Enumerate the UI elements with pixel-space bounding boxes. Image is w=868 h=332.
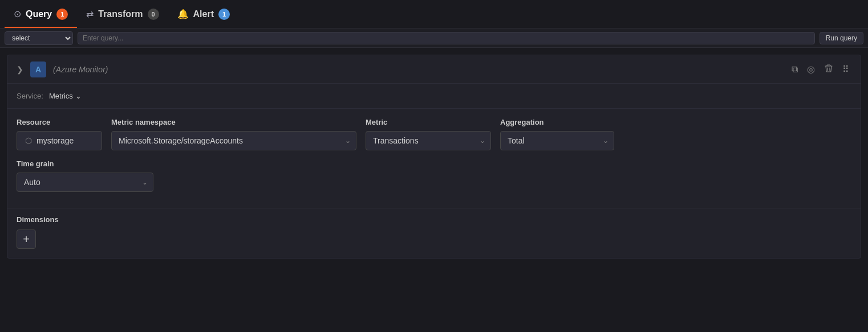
storage-icon: ⬡: [25, 136, 32, 145]
trash-icon: [824, 64, 833, 73]
transform-tab-icon: ⇄: [86, 9, 94, 19]
tab-alert[interactable]: 🔔 Alert 1: [168, 0, 239, 28]
service-row: Service: Metrics ⌄: [7, 84, 861, 109]
tab-transform[interactable]: ⇄ Transform 0: [77, 0, 168, 28]
service-dropdown[interactable]: Metrics ⌄: [49, 92, 82, 100]
metric-namespace-group: Metric namespace Microsoft.Storage/stora…: [111, 118, 356, 150]
metric-namespace-label: Metric namespace: [111, 118, 356, 126]
transform-tab-label: Transform: [98, 9, 143, 19]
tab-bar: ⊙ Query 1 ⇄ Transform 0 🔔 Alert 1: [0, 0, 868, 28]
aggregation-select-wrapper: Total Average Min Max Count ⌄: [500, 131, 614, 150]
toolbar-row: select Run query: [0, 28, 868, 48]
query-header-actions: ⧉ ◎ ⠿: [789, 62, 851, 77]
aggregation-select[interactable]: Total Average Min Max Count: [500, 131, 614, 150]
metrics-form-row-1: Resource ⬡ mystorage Metric namespace Mi…: [17, 118, 851, 150]
service-label: Service:: [17, 92, 43, 100]
resource-button[interactable]: ⬡ mystorage: [17, 131, 102, 150]
metric-select[interactable]: Transactions: [366, 131, 491, 150]
resource-label: Resource: [17, 118, 102, 126]
metric-group: Metric Transactions ⌄: [366, 118, 491, 150]
copy-query-button[interactable]: ⧉: [789, 62, 800, 77]
metric-namespace-select[interactable]: Microsoft.Storage/storageAccounts: [111, 131, 356, 150]
metrics-form: Resource ⬡ mystorage Metric namespace Mi…: [7, 109, 861, 206]
alert-tab-label: Alert: [193, 9, 214, 19]
metric-namespace-select-wrapper: Microsoft.Storage/storageAccounts ⌄: [111, 131, 356, 150]
dimensions-title: Dimensions: [17, 208, 851, 229]
resource-value: mystorage: [36, 136, 74, 145]
time-grain-group: Time grain Auto 1 minute 5 minutes 15 mi…: [17, 159, 153, 192]
delete-query-button[interactable]: [822, 62, 835, 77]
query-source-label: (Azure Monitor): [53, 65, 108, 74]
metric-label: Metric: [366, 118, 491, 126]
time-grain-label: Time grain: [17, 159, 153, 168]
alert-tab-badge: 1: [218, 9, 230, 20]
query-tab-icon: ⊙: [14, 9, 21, 19]
metric-select-wrapper: Transactions ⌄: [366, 131, 491, 150]
time-grain-select[interactable]: Auto 1 minute 5 minutes 15 minutes 1 hou…: [17, 173, 153, 192]
aggregation-label: Aggregation: [500, 118, 614, 126]
query-header: ❯ A (Azure Monitor) ⧉ ◎ ⠿: [7, 55, 861, 84]
toolbar-select-1[interactable]: select: [5, 31, 73, 45]
toolbar-run-btn[interactable]: Run query: [820, 32, 863, 44]
query-section: ❯ A (Azure Monitor) ⧉ ◎ ⠿ Service: Metri…: [7, 55, 861, 259]
query-letter-badge: A: [30, 62, 46, 77]
add-dimension-button[interactable]: +: [17, 229, 36, 249]
alert-tab-icon: 🔔: [177, 9, 189, 19]
time-grain-select-wrapper: Auto 1 minute 5 minutes 15 minutes 1 hou…: [17, 173, 153, 192]
query-tab-label: Query: [26, 9, 52, 19]
toolbar-query-input[interactable]: [78, 32, 815, 44]
dimensions-section: Dimensions +: [7, 208, 861, 258]
tab-query[interactable]: ⊙ Query 1: [5, 0, 77, 28]
transform-tab-badge: 0: [148, 9, 159, 20]
query-tab-badge: 1: [56, 9, 68, 20]
resource-group: Resource ⬡ mystorage: [17, 118, 102, 150]
toggle-visibility-button[interactable]: ◎: [805, 62, 817, 77]
aggregation-group: Aggregation Total Average Min Max Count …: [500, 118, 614, 150]
query-collapse-button[interactable]: ❯: [17, 65, 23, 74]
metrics-form-row-2: Time grain Auto 1 minute 5 minutes 15 mi…: [17, 159, 851, 192]
drag-handle-button[interactable]: ⠿: [840, 62, 851, 77]
